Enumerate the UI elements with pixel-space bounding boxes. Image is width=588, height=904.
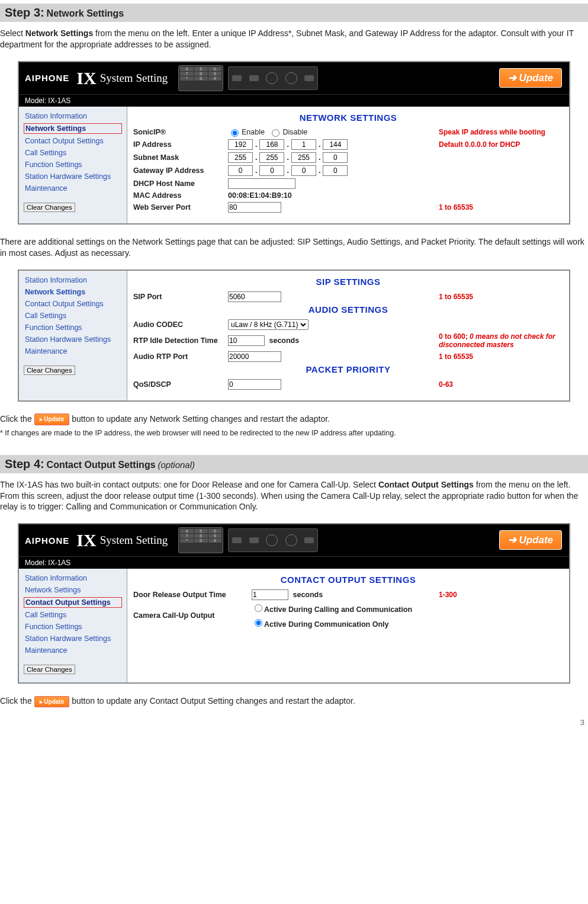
sidebar-item-hardware-settings[interactable]: Station Hardware Settings [19, 633, 127, 645]
inline-update-icon: Update [34, 413, 70, 425]
mask-2[interactable] [259, 152, 284, 163]
ix-logo: IX [76, 68, 96, 88]
sidebar-item-hardware-settings[interactable]: Station Hardware Settings [19, 334, 127, 345]
sidebar-item-call-settings[interactable]: Call Settings [19, 310, 127, 322]
qos-hint: 0-63 [439, 380, 563, 389]
audio-title: AUDIO SETTINGS [133, 304, 563, 315]
cam-opt1-label: Active During Calling and Communication [264, 605, 412, 614]
sonicip-enable-radio[interactable] [231, 129, 239, 137]
sidebar-item-maintenance[interactable]: Maintenance [19, 345, 127, 357]
brand-logo: AIPHONE [25, 536, 69, 546]
ip-3[interactable] [291, 139, 316, 150]
gw-2[interactable] [259, 165, 284, 176]
sidebar-item-maintenance[interactable]: Maintenance [19, 645, 127, 656]
packet-title: PACKET PRIORITY [133, 364, 563, 374]
codec-label: Audio CODEC [133, 320, 228, 329]
t: button to update any Contact Output Sett… [69, 696, 355, 706]
door-release-input[interactable] [252, 589, 288, 600]
mac-value: 00:08:E1:04:B9:10 [228, 191, 292, 200]
update-button[interactable]: Update [499, 68, 562, 88]
cam-opt2-radio[interactable] [255, 619, 262, 627]
step3-num: Step 3: [5, 6, 44, 19]
sidebar-3: Station Information Network Settings Con… [19, 569, 127, 682]
inline-update-icon: Update [34, 696, 70, 708]
qos-input[interactable] [228, 379, 281, 390]
dhcp-label: DHCP Host Name [133, 179, 228, 188]
step4-title: Contact Output Settings [47, 460, 156, 470]
door-release-hint: 1-300 [439, 591, 563, 599]
ip-2[interactable] [259, 139, 284, 150]
sidebar-item-station-info[interactable]: Station Information [19, 110, 127, 122]
step3-intro: Select Network Settings from the menu on… [0, 28, 588, 50]
sidebar-item-station-info[interactable]: Station Information [19, 274, 127, 286]
camera-callup-label: Camera Call-Up Output [133, 611, 252, 620]
sip-title: SIP SETTINGS [133, 277, 563, 287]
clear-changes-button[interactable]: Clear Changes [24, 203, 75, 212]
sip-audio-panel: Station Information Network Settings Con… [18, 270, 570, 402]
sidebar-item-network-settings[interactable]: Network Settings [19, 584, 127, 596]
clear-changes-button[interactable]: Clear Changes [24, 366, 75, 375]
rtpport-label: Audio RTP Port [133, 352, 228, 361]
seconds-label: seconds [293, 591, 323, 599]
step3-mid-text: There are additional settings on the Net… [0, 236, 588, 259]
ix-logo: IX [76, 530, 96, 550]
step3-title: Network Settings [47, 8, 124, 18]
sidebar-item-hardware-settings[interactable]: Station Hardware Settings [19, 171, 127, 182]
mask-1[interactable] [228, 152, 253, 163]
click-update-1: Click the Update button to update any Ne… [0, 413, 588, 425]
sipport-hint: 1 to 65535 [439, 293, 563, 301]
sidebar-item-network-settings[interactable]: Network Settings [24, 123, 122, 134]
cam-opt1-radio[interactable] [255, 604, 262, 612]
step4-intro: The IX-1AS has two built-in contact outp… [0, 479, 588, 513]
sidebar-item-function-settings[interactable]: Function Settings [19, 159, 127, 171]
gw-4[interactable] [323, 165, 348, 176]
rtpport-input[interactable] [228, 351, 281, 362]
t: Select [0, 28, 25, 38]
sonicip-disable-radio[interactable] [272, 129, 279, 137]
sidebar-item-contact-output[interactable]: Contact Output Settings [19, 135, 127, 147]
sidebar-item-function-settings[interactable]: Function Settings [19, 621, 127, 633]
contact-output-title: CONTACT OUTPUT SETTINGS [133, 575, 563, 585]
model-row: Model: IX-1AS [19, 556, 569, 569]
sidebar-item-call-settings[interactable]: Call Settings [19, 609, 127, 621]
ip-label: IP Address [133, 140, 228, 149]
t: button to update any Network Setting cha… [69, 414, 330, 424]
ip-4[interactable] [323, 139, 348, 150]
page-number: 3 [580, 718, 584, 727]
webport-input[interactable] [228, 202, 281, 213]
network-settings-panel: AIPHONE IX System Setting 456789*0# Upda… [18, 61, 570, 225]
model-row: Model: IX-1AS [19, 94, 569, 107]
dhcp-input[interactable] [228, 178, 295, 189]
sidebar-item-contact-output[interactable]: Contact Output Settings [19, 298, 127, 310]
sipport-label: SIP Port [133, 293, 228, 301]
door-release-label: Door Release Output Time [133, 591, 252, 599]
mask-4[interactable] [323, 152, 348, 163]
t: The IX-1AS has two built-in contact outp… [0, 480, 378, 489]
seconds-label: seconds [269, 336, 299, 345]
disable-label: Disable [282, 128, 307, 136]
sipport-input[interactable] [228, 291, 281, 302]
enable-label: Enable [242, 128, 265, 136]
sidebar-item-contact-output[interactable]: Contact Output Settings [24, 597, 122, 608]
network-content: NETWORK SETTINGS SonicIP® Enable Disable… [127, 107, 569, 223]
sidebar-item-function-settings[interactable]: Function Settings [19, 322, 127, 334]
gw-1[interactable] [228, 165, 253, 176]
update-button[interactable]: Update [499, 530, 562, 550]
rtpidle-input[interactable] [228, 335, 265, 346]
rtpidle-hint: 0 to 600; 0 means do not check for disco… [439, 332, 563, 349]
mac-label: MAC Address [133, 191, 228, 200]
gw-3[interactable] [291, 165, 316, 176]
ip-1[interactable] [228, 139, 253, 150]
sidebar-item-maintenance[interactable]: Maintenance [19, 182, 127, 194]
sidebar-item-station-info[interactable]: Station Information [19, 572, 127, 584]
sidebar-item-call-settings[interactable]: Call Settings [19, 147, 127, 159]
mask-3[interactable] [291, 152, 316, 163]
sidebar-item-network-settings[interactable]: Network Settings [19, 286, 127, 298]
codec-select[interactable]: uLaw / 8 kHz (G.711) [228, 319, 309, 330]
contact-output-panel: AIPHONE IX System Setting 456789*0# Upda… [18, 523, 570, 684]
keypad-image: 456789*0# [178, 65, 223, 91]
clear-changes-button[interactable]: Clear Changes [24, 665, 75, 674]
qos-label: QoS/DSCP [133, 380, 228, 389]
mask-label: Subnet Mask [133, 153, 228, 162]
gw-label: Gateway IP Address [133, 166, 228, 175]
